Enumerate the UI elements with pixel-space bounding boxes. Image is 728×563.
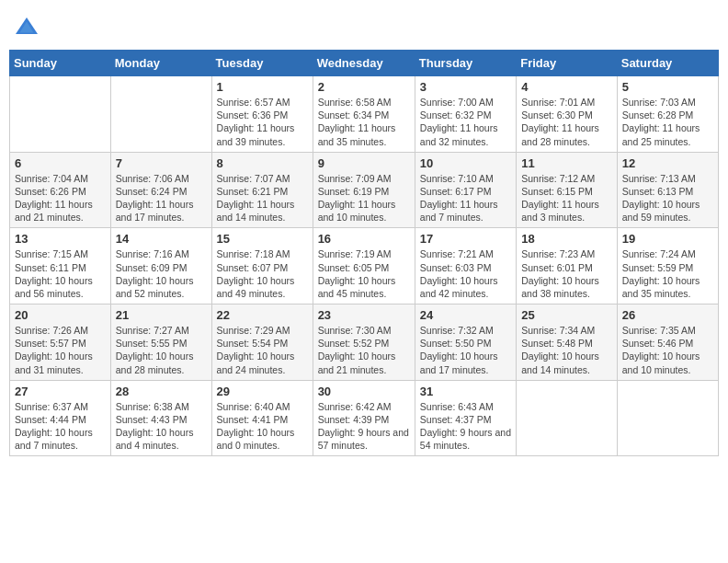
day-info: Sunrise: 7:06 AM Sunset: 6:24 PM Dayligh…	[116, 172, 207, 224]
day-number: 13	[15, 232, 106, 246]
calendar-cell: 23Sunrise: 7:30 AM Sunset: 5:52 PM Dayli…	[313, 304, 415, 381]
calendar-cell: 9Sunrise: 7:09 AM Sunset: 6:19 PM Daylig…	[313, 152, 415, 228]
day-info: Sunrise: 7:16 AM Sunset: 6:09 PM Dayligh…	[116, 247, 207, 300]
day-info: Sunrise: 6:43 AM Sunset: 4:37 PM Dayligh…	[420, 400, 511, 453]
day-info: Sunrise: 6:57 AM Sunset: 6:36 PM Dayligh…	[217, 96, 308, 148]
day-info: Sunrise: 7:03 AM Sunset: 6:28 PM Dayligh…	[622, 96, 713, 148]
week-row-3: 13Sunrise: 7:15 AM Sunset: 6:11 PM Dayli…	[10, 228, 719, 304]
calendar-cell: 7Sunrise: 7:06 AM Sunset: 6:24 PM Daylig…	[110, 152, 211, 228]
calendar-cell: 4Sunrise: 7:01 AM Sunset: 6:30 PM Daylig…	[517, 76, 618, 153]
page-header	[9, 9, 719, 42]
day-number: 27	[15, 385, 106, 398]
day-info: Sunrise: 6:37 AM Sunset: 4:44 PM Dayligh…	[15, 400, 106, 453]
calendar-cell: 24Sunrise: 7:32 AM Sunset: 5:50 PM Dayli…	[415, 304, 516, 381]
weekday-header-friday: Friday	[517, 51, 618, 76]
calendar-cell: 16Sunrise: 7:19 AM Sunset: 6:05 PM Dayli…	[313, 228, 415, 304]
week-row-2: 6Sunrise: 7:04 AM Sunset: 6:26 PM Daylig…	[10, 152, 719, 228]
calendar-table: SundayMondayTuesdayWednesdayThursdayFrid…	[9, 50, 719, 456]
day-info: Sunrise: 7:30 AM Sunset: 5:52 PM Dayligh…	[318, 324, 410, 376]
day-info: Sunrise: 7:12 AM Sunset: 6:15 PM Dayligh…	[521, 172, 612, 224]
calendar-cell: 10Sunrise: 7:10 AM Sunset: 6:17 PM Dayli…	[415, 152, 516, 228]
day-info: Sunrise: 7:07 AM Sunset: 6:21 PM Dayligh…	[217, 172, 308, 224]
weekday-header-monday: Monday	[110, 51, 211, 76]
day-number: 22	[217, 308, 308, 322]
day-number: 6	[15, 156, 106, 170]
calendar-cell: 2Sunrise: 6:58 AM Sunset: 6:34 PM Daylig…	[313, 76, 415, 153]
day-info: Sunrise: 7:26 AM Sunset: 5:57 PM Dayligh…	[15, 324, 106, 376]
calendar-cell: 11Sunrise: 7:12 AM Sunset: 6:15 PM Dayli…	[517, 152, 618, 228]
calendar-cell: 21Sunrise: 7:27 AM Sunset: 5:55 PM Dayli…	[110, 304, 211, 381]
day-number: 17	[420, 232, 511, 246]
calendar-cell	[517, 380, 618, 456]
calendar-cell	[10, 76, 111, 153]
calendar-cell: 26Sunrise: 7:35 AM Sunset: 5:46 PM Dayli…	[617, 304, 718, 381]
day-info: Sunrise: 6:38 AM Sunset: 4:43 PM Dayligh…	[116, 400, 207, 453]
weekday-header-wednesday: Wednesday	[313, 51, 415, 76]
day-info: Sunrise: 6:42 AM Sunset: 4:39 PM Dayligh…	[318, 400, 410, 453]
day-info: Sunrise: 7:32 AM Sunset: 5:50 PM Dayligh…	[420, 324, 511, 376]
day-number: 24	[420, 308, 511, 322]
day-number: 30	[318, 385, 410, 398]
day-info: Sunrise: 7:29 AM Sunset: 5:54 PM Dayligh…	[217, 324, 308, 376]
calendar-cell: 31Sunrise: 6:43 AM Sunset: 4:37 PM Dayli…	[415, 380, 516, 456]
day-number: 8	[217, 156, 308, 170]
day-info: Sunrise: 7:04 AM Sunset: 6:26 PM Dayligh…	[15, 172, 106, 224]
day-number: 2	[318, 80, 410, 94]
day-number: 12	[622, 156, 713, 170]
day-info: Sunrise: 7:35 AM Sunset: 5:46 PM Dayligh…	[622, 324, 713, 376]
calendar-cell: 28Sunrise: 6:38 AM Sunset: 4:43 PM Dayli…	[110, 380, 211, 456]
calendar-cell: 30Sunrise: 6:42 AM Sunset: 4:39 PM Dayli…	[313, 380, 415, 456]
weekday-header-saturday: Saturday	[617, 51, 718, 76]
day-number: 21	[116, 308, 207, 322]
day-info: Sunrise: 7:15 AM Sunset: 6:11 PM Dayligh…	[15, 247, 106, 300]
day-number: 14	[116, 232, 207, 246]
day-info: Sunrise: 7:10 AM Sunset: 6:17 PM Dayligh…	[420, 172, 511, 224]
day-info: Sunrise: 7:01 AM Sunset: 6:30 PM Dayligh…	[521, 96, 612, 148]
day-info: Sunrise: 7:09 AM Sunset: 6:19 PM Dayligh…	[318, 172, 410, 224]
day-info: Sunrise: 7:19 AM Sunset: 6:05 PM Dayligh…	[318, 247, 410, 300]
weekday-header-sunday: Sunday	[10, 51, 111, 76]
day-number: 26	[622, 308, 713, 322]
day-number: 23	[318, 308, 410, 322]
day-number: 29	[217, 385, 308, 398]
day-number: 1	[217, 80, 308, 94]
day-number: 15	[217, 232, 308, 246]
day-number: 31	[420, 385, 511, 398]
day-info: Sunrise: 7:23 AM Sunset: 6:01 PM Dayligh…	[521, 247, 612, 300]
logo	[13, 15, 42, 42]
day-number: 5	[622, 80, 713, 94]
calendar-cell: 19Sunrise: 7:24 AM Sunset: 5:59 PM Dayli…	[617, 228, 718, 304]
calendar-cell: 13Sunrise: 7:15 AM Sunset: 6:11 PM Dayli…	[10, 228, 111, 304]
day-info: Sunrise: 7:13 AM Sunset: 6:13 PM Dayligh…	[622, 172, 713, 224]
day-info: Sunrise: 7:18 AM Sunset: 6:07 PM Dayligh…	[217, 247, 308, 300]
calendar-cell: 22Sunrise: 7:29 AM Sunset: 5:54 PM Dayli…	[211, 304, 313, 381]
calendar-cell	[617, 380, 718, 456]
day-info: Sunrise: 7:00 AM Sunset: 6:32 PM Dayligh…	[420, 96, 511, 148]
day-number: 4	[521, 80, 612, 94]
calendar-cell: 8Sunrise: 7:07 AM Sunset: 6:21 PM Daylig…	[211, 152, 313, 228]
weekday-header-thursday: Thursday	[415, 51, 516, 76]
day-number: 9	[318, 156, 410, 170]
calendar-cell: 15Sunrise: 7:18 AM Sunset: 6:07 PM Dayli…	[211, 228, 313, 304]
day-number: 16	[318, 232, 410, 246]
weekday-header-tuesday: Tuesday	[211, 51, 313, 76]
calendar-cell: 3Sunrise: 7:00 AM Sunset: 6:32 PM Daylig…	[415, 76, 516, 153]
day-info: Sunrise: 7:24 AM Sunset: 5:59 PM Dayligh…	[622, 247, 713, 300]
weekday-header-row: SundayMondayTuesdayWednesdayThursdayFrid…	[10, 51, 719, 76]
day-number: 11	[521, 156, 612, 170]
calendar-cell: 18Sunrise: 7:23 AM Sunset: 6:01 PM Dayli…	[517, 228, 618, 304]
calendar-cell	[110, 76, 211, 153]
day-number: 18	[521, 232, 612, 246]
week-row-5: 27Sunrise: 6:37 AM Sunset: 4:44 PM Dayli…	[10, 380, 719, 456]
calendar-cell: 6Sunrise: 7:04 AM Sunset: 6:26 PM Daylig…	[10, 152, 111, 228]
calendar-cell: 17Sunrise: 7:21 AM Sunset: 6:03 PM Dayli…	[415, 228, 516, 304]
logo-icon	[13, 15, 40, 42]
calendar-cell: 14Sunrise: 7:16 AM Sunset: 6:09 PM Dayli…	[110, 228, 211, 304]
week-row-4: 20Sunrise: 7:26 AM Sunset: 5:57 PM Dayli…	[10, 304, 719, 381]
day-info: Sunrise: 6:58 AM Sunset: 6:34 PM Dayligh…	[318, 96, 410, 148]
week-row-1: 1Sunrise: 6:57 AM Sunset: 6:36 PM Daylig…	[10, 76, 719, 153]
day-info: Sunrise: 7:34 AM Sunset: 5:48 PM Dayligh…	[521, 324, 612, 376]
day-number: 20	[15, 308, 106, 322]
day-number: 3	[420, 80, 511, 94]
calendar-cell: 5Sunrise: 7:03 AM Sunset: 6:28 PM Daylig…	[617, 76, 718, 153]
